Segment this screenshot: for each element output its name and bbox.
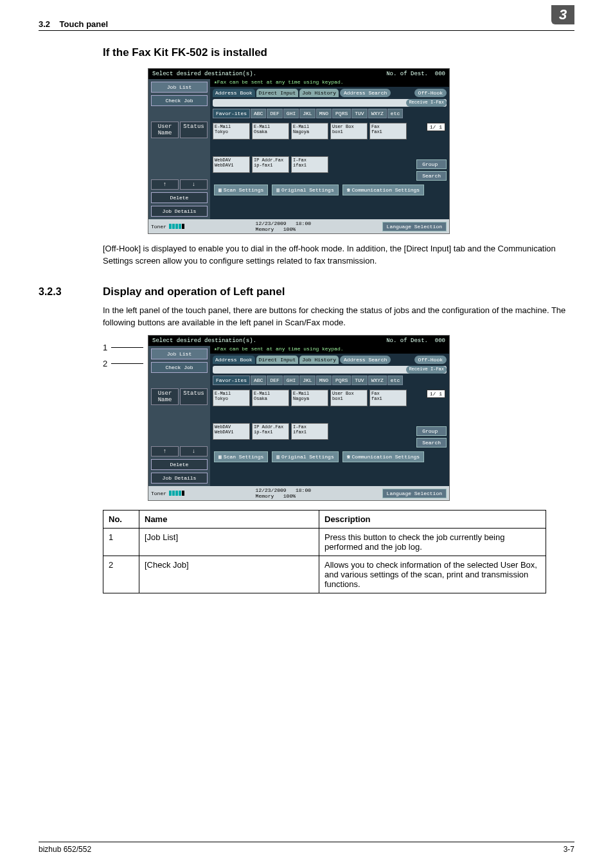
dest-card[interactable]: Faxfax1 (369, 390, 407, 406)
scan-settings-button[interactable]: ▦ Scan Settings (214, 185, 268, 195)
check-job-button[interactable]: Check Job (151, 362, 208, 373)
table-header-name: Name (139, 511, 319, 529)
touch-panel-screenshot-1: Select desired destination(s). No. of De… (148, 68, 574, 234)
job-list-button[interactable]: Job List (151, 348, 208, 359)
dest-card[interactable]: IP Addr.Faxip-fax1 (252, 156, 289, 173)
toner-label: Toner (151, 224, 166, 230)
status-label: Status (180, 122, 208, 138)
alpha-favorites[interactable]: Favor-ites (213, 109, 250, 118)
callout-1: 1 (103, 343, 107, 352)
job-details-button[interactable]: Job Details (151, 473, 208, 484)
search-button[interactable]: Search (416, 438, 447, 448)
table-row: 2 [Check Job] Allows you to check inform… (103, 556, 546, 593)
dest-card[interactable]: E-MailOsaka (252, 123, 289, 140)
original-settings-button[interactable]: ▥ Original Settings (272, 451, 338, 462)
group-button[interactable]: Group (416, 426, 447, 436)
alpha-abc[interactable]: ABC (251, 109, 266, 118)
language-selection-button[interactable]: Language Selection (382, 222, 447, 231)
paragraph-1: [Off-Hook] is displayed to enable you to… (103, 243, 574, 267)
left-panel-description-table: No. Name Description 1 [Job List] Press … (103, 510, 546, 593)
alpha-tuv[interactable]: TUV (351, 109, 367, 118)
communication-settings-button[interactable]: ☎ Communication Settings (342, 185, 424, 195)
job-list-button[interactable]: Job List (151, 82, 208, 93)
panel-hint: Fax can be sent at any time using keypad… (217, 79, 344, 85)
scroll-up-button[interactable]: ↑ (151, 179, 179, 190)
alpha-def[interactable]: DEF (267, 109, 282, 118)
dest-card[interactable]: E-MailNagoya (291, 123, 328, 140)
search-button[interactable]: Search (416, 171, 447, 181)
delete-button[interactable]: Delete (151, 459, 208, 470)
dest-card[interactable]: WebDAVWebDAV1 (213, 423, 250, 440)
dest-label: No. of Dest. (386, 71, 428, 77)
footer-time: 18:00 (296, 221, 311, 226)
alpha-pqrs[interactable]: PQRS (332, 109, 351, 118)
receive-ifax-button[interactable]: Receive I-Fax (406, 99, 447, 107)
scroll-down-button[interactable]: ↓ (180, 179, 208, 190)
alpha-wxyz[interactable]: WXYZ (368, 109, 387, 118)
alpha-ghi[interactable]: GHI (283, 109, 299, 118)
dest-card[interactable]: IP Addr.Faxip-fax1 (252, 423, 289, 440)
touch-panel-screenshot-2: 1 2 Select desired destination(s). No. o… (148, 335, 574, 501)
group-button[interactable]: Group (416, 159, 447, 169)
page-footer: bizhub 652/552 3-7 (39, 842, 574, 854)
panel-top-message: Select desired destination(s). (152, 338, 256, 344)
receive-ifax-button[interactable]: Receive I-Fax (406, 366, 447, 374)
tab-direct-input[interactable]: Direct Input (256, 89, 299, 97)
dest-card[interactable]: E-MailOsaka (252, 390, 289, 406)
page-indicator: 1/ 1 (427, 123, 445, 131)
footer-page-number: 3-7 (564, 845, 574, 854)
alpha-mno[interactable]: MNO (316, 109, 332, 118)
chapter-number-badge: 3 (551, 5, 574, 24)
table-header-no: No. (103, 511, 139, 529)
dest-card[interactable]: User Boxbox1 (330, 390, 368, 406)
tab-job-history[interactable]: Job History (299, 356, 339, 364)
header-section-num: 3.2 (39, 19, 50, 29)
footer-model: bizhub 652/552 (39, 845, 91, 854)
tab-direct-input[interactable]: Direct Input (256, 356, 299, 364)
paragraph-2: In the left panel of the touch panel, th… (103, 305, 574, 329)
off-hook-button[interactable]: Off-Hook (414, 356, 447, 364)
language-selection-button[interactable]: Language Selection (382, 489, 447, 498)
tab-address-search[interactable]: Address Search (340, 356, 391, 364)
alpha-jkl[interactable]: JKL (299, 109, 315, 118)
off-hook-button[interactable]: Off-Hook (414, 89, 447, 97)
user-name-label: User Name (151, 122, 179, 138)
dest-card[interactable]: I-Faxifax1 (291, 423, 328, 440)
dest-card[interactable]: User Boxbox1 (330, 123, 368, 140)
table-row: 1 [Job List] Press this button to check … (103, 529, 546, 556)
footer-memory-label: Memory (256, 226, 274, 232)
scan-settings-button[interactable]: ▦ Scan Settings (214, 451, 268, 462)
tab-job-history[interactable]: Job History (299, 89, 339, 97)
section-number: 3.2.3 (39, 286, 103, 298)
communication-settings-button[interactable]: ☎ Communication Settings (342, 451, 424, 462)
delete-button[interactable]: Delete (151, 192, 208, 203)
dest-count: 000 (435, 71, 445, 77)
alpha-etc[interactable]: etc (387, 109, 403, 118)
check-job-button[interactable]: Check Job (151, 95, 208, 106)
job-details-button[interactable]: Job Details (151, 206, 208, 217)
dest-card[interactable]: I-Faxifax1 (291, 156, 328, 173)
scroll-down-button[interactable]: ↓ (180, 446, 208, 457)
dest-card[interactable]: WebDAVWebDAV1 (213, 156, 250, 173)
panel-top-message: Select desired destination(s). (152, 71, 256, 77)
original-settings-button[interactable]: ▥ Original Settings (272, 185, 338, 195)
footer-date: 12/23/2009 (256, 221, 287, 226)
dest-card[interactable]: E-MailTokyo (213, 123, 250, 140)
section-title: Display and operation of Left panel (103, 285, 285, 298)
table-header-desc: Description (319, 511, 546, 529)
tab-address-search[interactable]: Address Search (340, 89, 391, 97)
dest-card[interactable]: Faxfax1 (369, 123, 407, 140)
header-section-title: Touch panel (60, 19, 109, 29)
dest-card[interactable]: E-MailNagoya (291, 390, 328, 406)
page-header: 3.2 Touch panel 3 (39, 19, 574, 31)
dest-card[interactable]: E-MailTokyo (213, 390, 250, 406)
tab-address-book[interactable]: Address Book (213, 356, 255, 364)
callout-2: 2 (103, 359, 107, 368)
footer-memory-pct: 100% (283, 226, 296, 232)
subsection-heading: If the Fax Kit FK-502 is installed (103, 46, 574, 59)
tab-address-book[interactable]: Address Book (213, 89, 255, 97)
scroll-up-button[interactable]: ↑ (151, 446, 179, 457)
